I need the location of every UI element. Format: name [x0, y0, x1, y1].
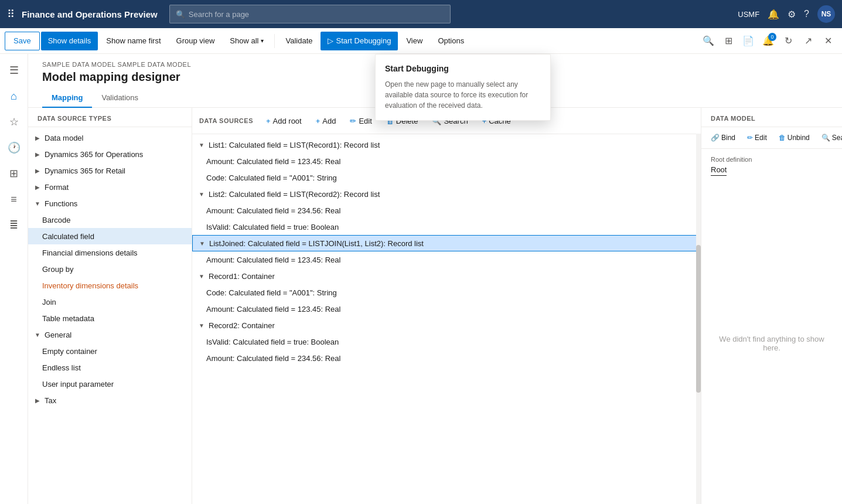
- sidebar-list-icon[interactable]: ≣: [2, 213, 26, 237]
- settings-icon[interactable]: ⚙: [788, 9, 796, 20]
- dst-join[interactable]: Join: [28, 294, 192, 310]
- dst-group-by[interactable]: Group by: [28, 261, 192, 277]
- ds-list1-amount[interactable]: Amount: Calculated field = 123.45: Real: [192, 153, 701, 169]
- show-details-button[interactable]: Show details: [41, 32, 98, 50]
- root-definition-section: Root definition Root: [701, 149, 842, 183]
- chevron-right-icon: ▶: [33, 133, 42, 142]
- global-search-input[interactable]: [189, 10, 444, 19]
- ds-record1-amount[interactable]: Amount: Calculated field = 123.45: Real: [192, 301, 701, 317]
- model-edit-icon: ✏: [747, 134, 753, 142]
- external-link-icon[interactable]: ↗: [799, 32, 817, 50]
- show-all-button[interactable]: Show all ▾: [223, 32, 271, 50]
- start-debugging-button[interactable]: ▷ Start Debugging: [321, 32, 398, 50]
- dst-data-model[interactable]: ▶ Data model: [28, 130, 192, 146]
- data-sources-tree: ▼ List1: Calculated field = LIST(Record1…: [192, 134, 701, 504]
- chevron-down-icon: ▼: [197, 189, 206, 199]
- dst-general[interactable]: ▼ General: [28, 326, 192, 343]
- ds-list2[interactable]: ▼ List2: Calculated field = LIST(Record2…: [192, 186, 701, 202]
- sidebar-home-icon[interactable]: ⌂: [2, 84, 26, 108]
- chevron-right-icon: ▶: [33, 396, 42, 405]
- add-root-button[interactable]: + Add root: [260, 113, 308, 129]
- bind-button[interactable]: 🔗 Bind: [706, 131, 740, 145]
- group-view-button[interactable]: Group view: [169, 32, 222, 50]
- scrollbar-thumb[interactable]: [696, 245, 701, 393]
- sidebar-filter-icon[interactable]: ≡: [2, 188, 26, 211]
- notification-icon[interactable]: 🔔: [768, 9, 779, 20]
- ds-list2-isvalid[interactable]: IsValid: Calculated field = true: Boolea…: [192, 219, 701, 235]
- help-icon[interactable]: ?: [804, 9, 809, 19]
- dst-user-input-parameter[interactable]: User input parameter: [28, 376, 192, 392]
- search-toolbar-icon[interactable]: 🔍: [699, 32, 718, 50]
- unbind-icon: 🗑: [779, 134, 786, 142]
- sidebar-star-icon[interactable]: ☆: [2, 110, 26, 134]
- top-bar: ⠿ Finance and Operations Preview 🔍 USMF …: [0, 0, 842, 28]
- badge-button[interactable]: 🔔 0: [759, 32, 778, 50]
- options-button[interactable]: Options: [431, 32, 471, 50]
- root-definition-value: Root: [711, 165, 727, 176]
- add-icon: +: [316, 117, 321, 125]
- scrollbar-track[interactable]: [696, 134, 701, 504]
- unbind-button[interactable]: 🗑 Unbind: [774, 131, 814, 145]
- ds-record2-amount[interactable]: Amount: Calculated field = 234.56: Real: [192, 350, 701, 366]
- ds-record1-code[interactable]: Code: Calculated field = "A001": String: [192, 284, 701, 301]
- show-name-first-button[interactable]: Show name first: [99, 32, 168, 50]
- tab-mapping[interactable]: Mapping: [42, 88, 92, 108]
- chevron-right-icon: ▶: [33, 166, 42, 175]
- ds-listjoined[interactable]: ▼ ListJoined: Calculated field = LISTJOI…: [192, 235, 701, 251]
- top-bar-right: USMF 🔔 ⚙ ? NS: [738, 5, 835, 23]
- add-root-icon: +: [266, 117, 271, 125]
- dst-tax[interactable]: ▶ Tax: [28, 392, 192, 408]
- main-layout: ☰ ⌂ ☆ 🕐 ⊞ ≡ ≣ SAMPLE DATA MODEL SAMPLE D…: [0, 54, 842, 504]
- bind-icon: 🔗: [711, 134, 720, 142]
- model-search-button[interactable]: 🔍 Search: [817, 131, 842, 145]
- tab-validations[interactable]: Validations: [92, 88, 148, 108]
- app-menu-icon[interactable]: ⠿: [7, 8, 15, 21]
- ds-listjoined-amount[interactable]: Amount: Calculated field = 123.45: Real: [192, 251, 701, 268]
- ds-list1[interactable]: ▼ List1: Calculated field = LIST(Record1…: [192, 137, 701, 153]
- refresh-icon[interactable]: ↻: [779, 32, 797, 50]
- data-sources-header: DATA SOURCES: [199, 117, 253, 124]
- layout-icon[interactable]: ⊞: [719, 32, 738, 50]
- start-debugging-tooltip: Start Debugging Open the new page to man…: [375, 54, 551, 121]
- sidebar-menu-icon[interactable]: ☰: [2, 59, 26, 82]
- view-button[interactable]: View: [399, 32, 429, 50]
- chevron-down-icon: ▼: [197, 321, 206, 330]
- toolbar-separator: [274, 34, 275, 48]
- dst-functions[interactable]: ▼ Functions: [28, 195, 192, 212]
- dst-d365-retail[interactable]: ▶ Dynamics 365 for Retail: [28, 162, 192, 179]
- chevron-down-icon: ▾: [261, 38, 264, 44]
- debug-icon: ▷: [328, 36, 333, 45]
- dst-financial-dimensions[interactable]: Financial dimensions details: [28, 244, 192, 261]
- user-avatar[interactable]: NS: [817, 5, 835, 23]
- left-sidebar: ☰ ⌂ ☆ 🕐 ⊞ ≡ ≣: [0, 54, 28, 504]
- save-button[interactable]: Save: [5, 32, 40, 50]
- dst-endless-list[interactable]: Endless list: [28, 359, 192, 376]
- dst-table-metadata[interactable]: Table metadata: [28, 310, 192, 326]
- sidebar-grid-icon[interactable]: ⊞: [2, 162, 26, 185]
- dst-empty-container[interactable]: Empty container: [28, 343, 192, 359]
- dst-inventory-dimensions[interactable]: Inventory dimensions details: [28, 277, 192, 294]
- bookmark-icon[interactable]: 📄: [739, 32, 758, 50]
- sidebar-clock-icon[interactable]: 🕐: [2, 136, 26, 159]
- ds-record2-isvalid[interactable]: IsValid: Calculated field = true: Boolea…: [192, 333, 701, 350]
- model-edit-button[interactable]: ✏ Edit: [742, 131, 772, 145]
- dst-calculated-field[interactable]: Calculated field: [28, 228, 192, 244]
- ds-list1-code[interactable]: Code: Calculated field = "A001": String: [192, 169, 701, 186]
- add-button[interactable]: + Add: [310, 113, 342, 129]
- data-model-toolbar: 🔗 Bind ✏ Edit 🗑 Unbind 🔍 Search: [701, 127, 842, 149]
- search-icon: 🔍: [176, 10, 185, 19]
- edit-button[interactable]: ✏ Edit: [344, 113, 377, 129]
- panel-data-model: DATA MODEL 🔗 Bind ✏ Edit 🗑 Unbind: [701, 108, 842, 504]
- ds-record1[interactable]: ▼ Record1: Container: [192, 268, 701, 284]
- tooltip-title: Start Debugging: [385, 64, 541, 73]
- model-search-icon: 🔍: [821, 134, 830, 142]
- three-panel: DATA SOURCE TYPES ▶ Data model ▶ Dynamic…: [28, 108, 842, 504]
- global-search[interactable]: 🔍: [169, 5, 451, 23]
- dst-d365-operations[interactable]: ▶ Dynamics 365 for Operations: [28, 146, 192, 162]
- close-icon[interactable]: ✕: [819, 32, 837, 50]
- dst-barcode[interactable]: Barcode: [28, 212, 192, 228]
- validate-button[interactable]: Validate: [278, 32, 319, 50]
- dst-format[interactable]: ▶ Format: [28, 179, 192, 195]
- ds-record2[interactable]: ▼ Record2: Container: [192, 317, 701, 333]
- ds-list2-amount[interactable]: Amount: Calculated field = 234.56: Real: [192, 202, 701, 219]
